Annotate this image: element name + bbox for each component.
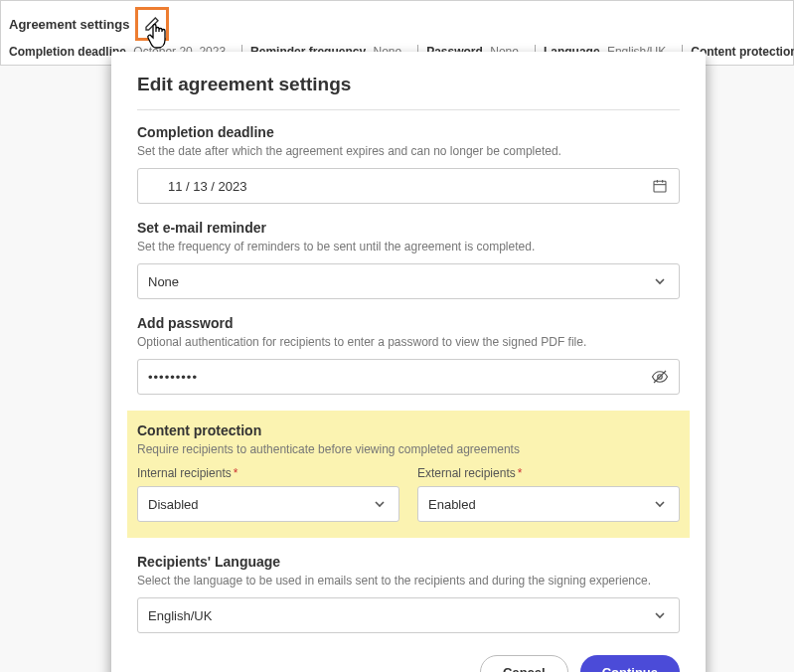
required-star-icon: * bbox=[234, 466, 238, 480]
section-reminder: Set e-mail reminder Set the frequency of… bbox=[137, 220, 680, 299]
password-value: ••••••••• bbox=[148, 370, 651, 385]
external-recipients-col: External recipients* Enabled bbox=[417, 466, 680, 522]
password-title: Add password bbox=[137, 315, 680, 331]
password-help: Optional authentication for recipients t… bbox=[137, 335, 680, 349]
internal-recipients-label: Internal recipients* bbox=[137, 466, 399, 480]
required-star-icon: * bbox=[518, 466, 523, 480]
section-language: Recipients' Language Select the language… bbox=[137, 554, 680, 633]
chevron-down-icon bbox=[651, 495, 669, 513]
language-value: English/UK bbox=[148, 608, 651, 623]
modal-title: Edit agreement settings bbox=[137, 74, 680, 95]
protection-title: Content protection bbox=[137, 422, 680, 438]
internal-recipients-select[interactable]: Disabled bbox=[137, 486, 399, 522]
deadline-help: Set the date after which the agreement e… bbox=[137, 144, 680, 158]
edit-agreement-modal: Edit agreement settings Completion deadl… bbox=[111, 52, 706, 672]
language-select[interactable]: English/UK bbox=[137, 597, 680, 633]
section-completion-deadline: Completion deadline Set the date after w… bbox=[137, 124, 680, 204]
password-input[interactable]: ••••••••• bbox=[137, 359, 680, 395]
header-title-row: Agreement settings bbox=[9, 7, 785, 45]
section-content-protection: Content protection Require recipients to… bbox=[127, 411, 690, 538]
deadline-value: 11 / 13 / 2023 bbox=[168, 179, 651, 194]
modal-footer: Cancel Continue bbox=[137, 655, 680, 672]
language-title: Recipients' Language bbox=[137, 554, 680, 570]
reminder-help: Set the frequency of reminders to be sen… bbox=[137, 240, 680, 253]
section-password: Add password Optional authentication for… bbox=[137, 315, 680, 395]
internal-label-text: Internal recipients bbox=[137, 466, 232, 480]
reminder-title: Set e-mail reminder bbox=[137, 220, 680, 236]
svg-rect-0 bbox=[654, 181, 666, 192]
deadline-date-input[interactable]: 11 / 13 / 2023 bbox=[137, 168, 680, 204]
chevron-down-icon bbox=[651, 606, 669, 624]
external-label-text: External recipients bbox=[417, 466, 516, 480]
internal-recipients-col: Internal recipients* Disabled bbox=[137, 466, 399, 522]
deadline-title: Completion deadline bbox=[137, 124, 680, 140]
visibility-off-icon[interactable] bbox=[651, 368, 669, 386]
reminder-value: None bbox=[148, 274, 651, 289]
chevron-down-icon bbox=[651, 272, 669, 290]
edit-settings-icon-container[interactable] bbox=[135, 7, 169, 41]
summary-protection-label: Content protection bbox=[691, 45, 794, 59]
chevron-down-icon bbox=[371, 495, 389, 513]
external-value: Enabled bbox=[428, 497, 651, 512]
modal-divider bbox=[137, 109, 680, 110]
summary-deadline-label: Completion deadline bbox=[9, 45, 126, 59]
protection-help: Require recipients to authenticate befor… bbox=[137, 442, 680, 456]
external-recipients-select[interactable]: Enabled bbox=[417, 486, 680, 522]
continue-button[interactable]: Continue bbox=[580, 655, 680, 672]
external-recipients-label: External recipients* bbox=[417, 466, 680, 480]
reminder-select[interactable]: None bbox=[137, 263, 680, 299]
agreement-settings-title: Agreement settings bbox=[9, 17, 129, 32]
calendar-icon[interactable] bbox=[651, 177, 669, 195]
language-help: Select the language to be used in emails… bbox=[137, 574, 680, 588]
cancel-button[interactable]: Cancel bbox=[480, 655, 568, 672]
pencil-icon bbox=[144, 16, 160, 32]
internal-value: Disabled bbox=[148, 497, 371, 512]
